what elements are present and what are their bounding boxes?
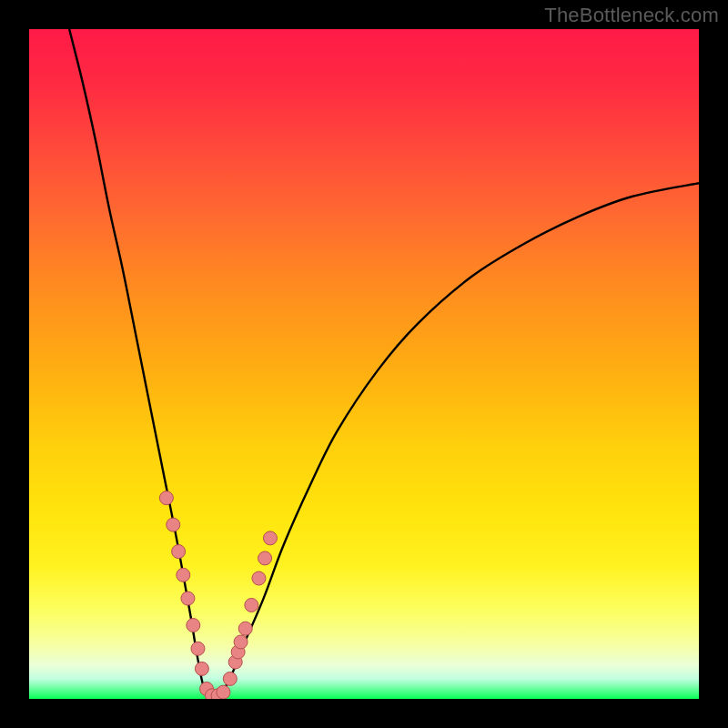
bottleneck-curve [69,29,699,696]
bottleneck-curve-svg [29,29,699,699]
marker-dot [177,568,190,581]
curve-path [69,29,699,696]
marker-dot [172,545,186,559]
marker-dot [223,672,237,685]
marker-dot [191,642,205,655]
marker-dot [195,662,208,675]
marker-dot [258,551,272,565]
marker-dot [238,622,252,635]
plot-area [29,29,699,699]
marker-dot [245,598,258,612]
marker-dot [217,685,230,699]
marker-dot [234,635,248,649]
highlighted-points [159,491,277,699]
marker-dot [181,592,195,605]
chart-frame: TheBottleneck.com [0,0,728,728]
marker-dot [263,531,277,545]
marker-dot [187,619,200,632]
marker-dot [159,491,173,505]
watermark-text: TheBottleneck.com [544,4,719,27]
marker-dot [252,571,266,585]
marker-dot [167,518,180,531]
